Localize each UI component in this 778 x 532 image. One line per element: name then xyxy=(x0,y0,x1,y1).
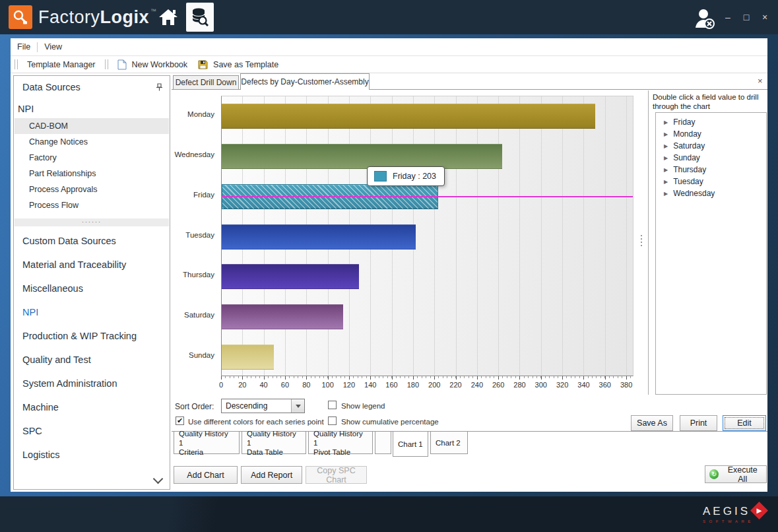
maximize-button[interactable]: □ xyxy=(741,12,752,22)
menu-view[interactable]: View xyxy=(38,42,69,51)
add-chart-button[interactable]: Add Chart xyxy=(174,466,238,484)
data-sources-panel: Data Sources NPI CAD-BOMChange NoticesFa… xyxy=(13,75,170,490)
sidebar-category-spc[interactable]: SPC xyxy=(15,419,169,443)
sheet-tab-line1: Chart 1 xyxy=(398,440,423,449)
edit-button[interactable]: Edit xyxy=(723,415,766,431)
show-legend-label: Show legend xyxy=(341,402,385,410)
x-tick-label-160: 160 xyxy=(385,381,397,389)
tab-defects-by-day-customer-assembly[interactable]: Defects by Day-Customer-Assembly xyxy=(240,73,370,90)
category-label-saturday: Saturday xyxy=(184,311,214,319)
sidebar-category-material-and-traceability[interactable]: Material and Traceability xyxy=(15,253,169,277)
sheet-tab-chart-1[interactable]: Chart 1 xyxy=(393,432,428,457)
sidebar-category-npi[interactable]: NPI xyxy=(15,300,169,324)
bar-tuesday[interactable] xyxy=(222,224,416,249)
sidebar-item-factory[interactable]: Factory xyxy=(15,150,169,166)
drill-hint-text: Double click a field value to drill thro… xyxy=(649,90,767,111)
sidebar-category-miscellaneous[interactable]: Miscellaneous xyxy=(15,277,169,300)
sidebar-category-system-administration[interactable]: System Administration xyxy=(15,372,169,395)
save-icon xyxy=(198,60,208,69)
x-tick-label-200: 200 xyxy=(428,381,440,389)
sidebar-category-custom-data-sources[interactable]: Custom Data Sources xyxy=(15,229,169,253)
drill-field-label: Sunday xyxy=(673,153,700,162)
sidebar-category-logistics[interactable]: Logistics xyxy=(15,443,169,467)
x-tick-label-120: 120 xyxy=(343,381,355,389)
bar-monday[interactable] xyxy=(222,104,595,129)
toolbar-grip[interactable] xyxy=(15,59,18,69)
category-label-wednesday: Wednesday xyxy=(174,150,214,158)
sidebar-splitter-handle[interactable]: ······ xyxy=(15,218,169,226)
drill-field-thursday[interactable]: ▶Thursday xyxy=(656,164,766,176)
drill-field-sunday[interactable]: ▶Sunday xyxy=(656,152,766,164)
sheet-tab-chart-2[interactable]: Chart 2 xyxy=(430,432,468,454)
close-tab-icon[interactable]: × xyxy=(758,76,763,86)
toolbar-grip[interactable] xyxy=(105,59,108,69)
show-legend-checkbox[interactable] xyxy=(328,401,337,409)
sheet-tab-quality-history-criteria[interactable]: Quality History 1Criteria xyxy=(174,432,240,454)
dropdown-arrow-icon[interactable] xyxy=(291,399,304,413)
toolbar-save-as-template[interactable]: Save as Template xyxy=(208,60,284,69)
minimize-button[interactable]: – xyxy=(723,12,733,22)
application-window: FactoryLogix™ – □ xyxy=(0,0,778,532)
bar-thursday[interactable] xyxy=(222,264,359,289)
sort-order-value: Descending xyxy=(222,401,291,411)
x-tick-label-240: 240 xyxy=(471,381,483,389)
different-colors-checkbox[interactable]: ✔ xyxy=(176,416,184,425)
save-as-button[interactable]: Save As xyxy=(631,415,673,431)
sidebar-category-production-wip-tracking[interactable]: Production & WIP Tracking xyxy=(15,324,169,348)
sheet-tab-empty[interactable] xyxy=(375,432,391,454)
sheet-tab-line2: Criteria xyxy=(179,448,234,457)
print-button[interactable]: Print xyxy=(680,415,717,431)
sheet-tab-quality-history-data-table[interactable]: Quality History 1Data Table xyxy=(242,432,306,454)
bar-sunday[interactable] xyxy=(222,345,274,370)
category-label-tuesday: Tuesday xyxy=(185,231,214,239)
toolbar-new-workbook[interactable]: New Workbook xyxy=(127,60,193,69)
sidebar-item-part-relationships[interactable]: Part Relationships xyxy=(15,166,169,182)
home-icon[interactable] xyxy=(156,7,181,28)
add-report-button[interactable]: Add Report xyxy=(241,466,302,484)
close-button[interactable]: × xyxy=(760,12,770,22)
x-tick-label-100: 100 xyxy=(321,381,333,389)
category-label-friday: Friday xyxy=(193,191,214,199)
aegis-logo: AEGIS SOFTWARE xyxy=(703,505,765,523)
pin-icon[interactable] xyxy=(156,82,163,94)
copy-spc-chart-button: Copy SPC Chart xyxy=(306,466,367,484)
bar-wednesday[interactable] xyxy=(222,144,502,169)
cumulative-percentage-label: Show cumulative percentage xyxy=(341,418,439,426)
sidebar-group-npi[interactable]: NPI xyxy=(18,104,34,114)
x-tick-label-40: 40 xyxy=(260,381,268,389)
user-logout-icon[interactable] xyxy=(692,8,718,30)
sidebar-item-cad-bom[interactable]: CAD-BOM xyxy=(15,118,169,134)
sidebar-item-change-notices[interactable]: Change Notices xyxy=(15,134,169,150)
execute-all-button[interactable]: ↻ Execute All xyxy=(705,465,767,483)
sidebar-item-process-approvals[interactable]: Process Approvals xyxy=(15,182,169,197)
sort-order-select[interactable]: Descending xyxy=(221,399,305,413)
drill-field-friday[interactable]: ▶Friday xyxy=(656,116,766,128)
bar-saturday[interactable] xyxy=(222,304,343,329)
sort-order-label: Sort Order: xyxy=(175,402,214,411)
window-controls: – □ × xyxy=(723,0,770,34)
chevron-down-icon[interactable] xyxy=(153,474,164,484)
magnifier-document-glyph xyxy=(12,9,29,26)
drill-field-label: Friday xyxy=(673,117,695,127)
x-tick-label-20: 20 xyxy=(238,381,246,389)
drill-field-monday[interactable]: ▶Monday xyxy=(656,128,766,140)
tab-defect-drill-down[interactable]: Defect Drill Down xyxy=(173,75,239,89)
data-explorer-icon[interactable] xyxy=(186,3,214,32)
panel-splitter-handle[interactable] xyxy=(641,235,642,246)
drill-field-tuesday[interactable]: ▶Tuesday xyxy=(656,176,766,187)
drill-field-wednesday[interactable]: ▶Wednesday xyxy=(656,187,766,199)
cumulative-percentage-checkbox[interactable] xyxy=(328,416,337,425)
brand-part2: Logix xyxy=(100,7,150,28)
sheet-tab-line1: Quality History 1 xyxy=(247,429,301,448)
x-tick-label-220: 220 xyxy=(449,381,461,389)
sidebar-category-machine[interactable]: Machine xyxy=(15,395,169,419)
x-tick-label-320: 320 xyxy=(556,381,568,389)
sheet-tab-quality-history-pivot-table[interactable]: Quality History 1Pivot Table xyxy=(308,432,373,454)
toolbar-template-manager[interactable]: Template Manager xyxy=(22,60,101,69)
sidebar-category-quality-and-test[interactable]: Quality and Test xyxy=(15,348,169,372)
sidebar-item-process-flow[interactable]: Process Flow xyxy=(15,197,169,213)
x-axis-labels: 0204060801001201401601802002202402602803… xyxy=(221,381,637,390)
drill-field-saturday[interactable]: ▶Saturday xyxy=(656,140,766,152)
sheet-tab-line2: Pivot Table xyxy=(313,448,368,457)
menu-file[interactable]: File xyxy=(11,42,37,51)
